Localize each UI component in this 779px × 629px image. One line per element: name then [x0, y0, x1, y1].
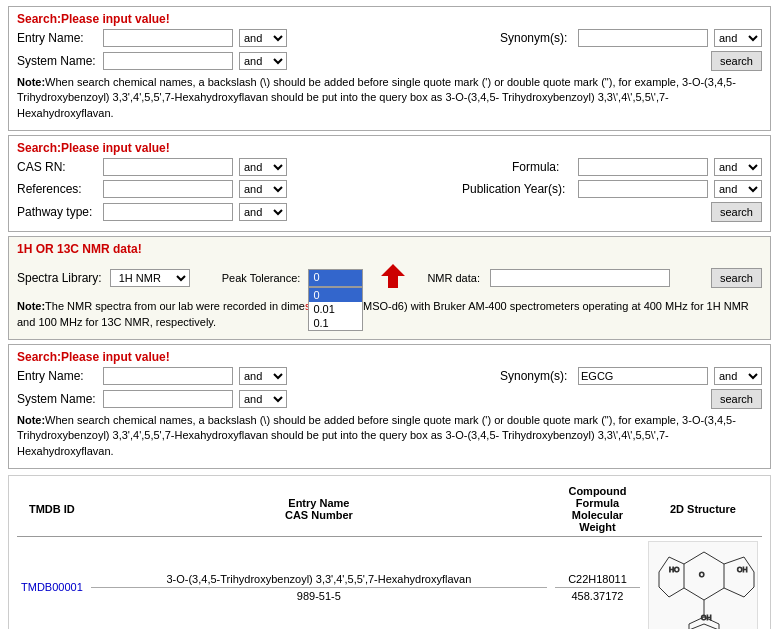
result-entry-name: 3-O-(3,4,5-Trihydroxybenzoyl) 3,3',4',5,…	[87, 537, 551, 629]
section4-entry-input[interactable]	[103, 367, 233, 385]
pub-year-input[interactable]	[578, 180, 708, 198]
result-formula: C22H18011458.37172	[551, 537, 644, 629]
svg-text:OH: OH	[701, 614, 712, 621]
svg-line-10	[659, 587, 669, 597]
section4-system-label: System Name:	[17, 392, 97, 406]
section4-entry-label: Entry Name:	[17, 369, 97, 383]
pub-year-label: Publication Year(s):	[462, 182, 572, 196]
references-and-select[interactable]: andornot	[239, 180, 287, 198]
synonym-and-select[interactable]: andornot	[714, 29, 762, 47]
section4-note: Note:When search chemical names, a backs…	[17, 413, 762, 459]
nmr-header: 1H OR 13C NMR data!	[17, 242, 762, 256]
cas-and-select[interactable]: andornot	[239, 158, 287, 176]
spectra-select[interactable]: 1H NMR 13C NMR	[110, 269, 190, 287]
col-entry-header: Entry Name CAS Number	[87, 482, 551, 537]
section1-search-button[interactable]: search	[711, 51, 762, 71]
pathway-label: Pathway type:	[17, 205, 97, 219]
section4-system-input[interactable]	[103, 390, 233, 408]
section4-search-button[interactable]: search	[711, 389, 762, 409]
nmr-note: Note:The NMR spectra from our lab were r…	[17, 299, 762, 330]
svg-line-9	[659, 557, 669, 572]
synonym-input[interactable]	[578, 29, 708, 47]
system-name-label: System Name:	[17, 54, 97, 68]
peak-option-001[interactable]: 0.01	[309, 302, 362, 316]
svg-text:OH: OH	[737, 566, 748, 573]
result-structure: O OH HO OH	[644, 537, 762, 629]
nmr-data-input[interactable]	[490, 269, 670, 287]
svg-line-5	[744, 587, 754, 597]
peak-option-0[interactable]: 0	[309, 288, 362, 302]
peak-tolerance-label: Peak Tolerance:	[222, 272, 301, 284]
section4-header: Search:Please input value!	[17, 350, 762, 364]
table-row: TMDB000013-O-(3,4,5-Trihydroxybenzoyl) 3…	[17, 537, 762, 629]
col-formula-header: Compound Formula Molecular Weight	[551, 482, 644, 537]
references-label: References:	[17, 182, 97, 196]
svg-text:HO: HO	[669, 566, 680, 573]
references-input[interactable]	[103, 180, 233, 198]
svg-marker-0	[381, 264, 405, 288]
synonym-label: Synonym(s):	[500, 31, 572, 45]
col-2d-header: 2D Structure	[644, 482, 762, 537]
svg-text:O: O	[699, 571, 705, 578]
pathway-and-select[interactable]: andornot	[239, 203, 287, 221]
nmr-arrow-icon	[377, 260, 409, 292]
result-tmdb-id[interactable]: TMDB00001	[17, 537, 87, 629]
system-name-and-select[interactable]: andornot	[239, 52, 287, 70]
pub-year-and-select[interactable]: andornot	[714, 180, 762, 198]
entry-name-label: Entry Name:	[17, 31, 97, 45]
peak-option-01[interactable]: 0.1	[309, 316, 362, 330]
section4-system-and-select[interactable]: andornot	[239, 390, 287, 408]
svg-line-8	[669, 588, 684, 597]
section2-header: Search:Please input value!	[17, 141, 762, 155]
formula-and-select[interactable]: andornot	[714, 158, 762, 176]
section4-synonym-and-select[interactable]: andornot	[714, 367, 762, 385]
svg-line-2	[724, 557, 744, 564]
section1-header: Search:Please input value!	[17, 12, 762, 26]
section4-synonym-label: Synonym(s):	[500, 369, 572, 383]
col-tmdb-header: TMDB ID	[17, 482, 87, 537]
section1-note: Note:When search chemical names, a backs…	[17, 75, 762, 121]
svg-line-7	[669, 557, 684, 564]
entry-name-input[interactable]	[103, 29, 233, 47]
spectra-label: Spectra Library:	[17, 271, 102, 285]
formula-label: Formula:	[512, 160, 572, 174]
nmr-data-label: NMR data:	[427, 272, 480, 284]
cas-input[interactable]	[103, 158, 233, 176]
peak-tolerance-display[interactable]: 0	[308, 269, 363, 287]
cas-label: CAS RN:	[17, 160, 97, 174]
section2-search-button[interactable]: search	[711, 202, 762, 222]
peak-tolerance-dropdown: 0 0.01 0.1	[308, 287, 363, 331]
entry-name-and-select[interactable]: andornot	[239, 29, 287, 47]
section4-entry-and-select[interactable]: andornot	[239, 367, 287, 385]
svg-line-3	[724, 588, 744, 597]
pathway-input[interactable]	[103, 203, 233, 221]
formula-input[interactable]	[578, 158, 708, 176]
system-name-input[interactable]	[103, 52, 233, 70]
section4-synonym-input[interactable]	[578, 367, 708, 385]
nmr-search-button[interactable]: search	[711, 268, 762, 288]
